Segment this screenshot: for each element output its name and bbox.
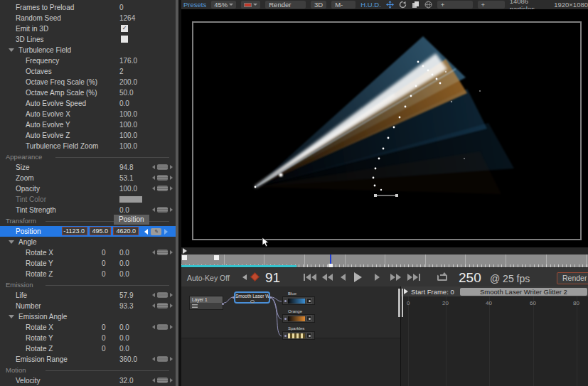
layer-node[interactable]: Layer 1 (189, 296, 223, 310)
group-emission-angle[interactable]: Emission Angle (0, 311, 179, 322)
position-y-field[interactable]: 495.0 (90, 227, 111, 235)
param-value[interactable]: 100.0 (119, 110, 137, 118)
param-value[interactable]: 32.0 (119, 377, 133, 385)
render-view-button[interactable]: Render View (265, 1, 306, 9)
add-force-button[interactable]: + Force (478, 1, 505, 9)
color-node-blue[interactable]: Blue (282, 291, 315, 305)
rotate-tool-icon[interactable] (399, 1, 407, 9)
param-value[interactable]: 0.0 (119, 100, 129, 107)
loop-toggle-icon[interactable] (437, 274, 447, 281)
expand-triangle-icon[interactable] (404, 289, 408, 294)
node-input-port[interactable] (232, 296, 235, 299)
keyframe-marker[interactable] (214, 255, 219, 260)
checkbox-checked[interactable]: ✓ (121, 25, 128, 32)
param-value[interactable]: 0 (119, 4, 124, 11)
slider-control[interactable] (152, 377, 173, 383)
param-value[interactable]: 0 (102, 345, 106, 353)
slider-control[interactable] (152, 164, 173, 170)
mini-play-icon[interactable] (183, 248, 187, 254)
sparkles-gradient-swatch[interactable] (288, 333, 305, 338)
slider-control[interactable] (152, 250, 173, 255)
add-deflector-button[interactable]: + Deflector (437, 1, 473, 9)
next-keyframe-icon[interactable] (164, 229, 168, 235)
go-to-end-button[interactable] (407, 274, 420, 281)
timeline-scrubber[interactable] (181, 254, 588, 267)
prev-keyframe-icon[interactable] (242, 274, 247, 280)
node-input-port[interactable] (284, 335, 287, 337)
edit-keyframe-icon[interactable]: ✎ (151, 228, 161, 235)
position-row-selected[interactable]: Position -1123.0 495.0 4620.0 ✎ (0, 226, 179, 237)
param-value[interactable]: 100.0 (119, 121, 137, 129)
param-value[interactable]: 0.0 (119, 323, 129, 331)
preset-name-bar[interactable]: Smooth Laser Writer Glitter 2 (460, 288, 587, 296)
play-button[interactable] (354, 272, 362, 282)
node-input-port[interactable] (284, 300, 287, 302)
step-back-button[interactable] (341, 274, 346, 281)
param-value[interactable]: 2 (119, 68, 124, 75)
tint-color-swatch[interactable] (119, 196, 142, 203)
slider-control[interactable] (152, 292, 173, 298)
presets-button[interactable]: Presets (183, 1, 206, 9)
rewind-button[interactable] (322, 274, 333, 281)
param-value[interactable]: 0 (102, 334, 106, 342)
checkbox-unchecked[interactable] (121, 36, 128, 43)
slider-control[interactable] (152, 303, 173, 309)
color-node-sparkles[interactable]: Sparkles (282, 326, 315, 340)
param-value[interactable]: 100.0 (119, 185, 137, 193)
param-value[interactable]: 0.0 (119, 345, 129, 353)
orange-gradient-swatch[interactable] (288, 316, 305, 321)
group-turbulence-field[interactable]: Turbulence Field (0, 45, 179, 55)
param-value[interactable]: 0.0 (119, 259, 129, 267)
current-frame[interactable]: 91 (265, 270, 280, 286)
keyframe-diamond-icon[interactable] (250, 272, 260, 282)
total-frames[interactable]: 250 (459, 270, 481, 286)
preset-timeline-panel[interactable]: Start Frame: 0 Smooth Laser Writer Glitt… (400, 286, 588, 386)
param-value[interactable]: 53.1 (119, 174, 133, 182)
node-output-port[interactable] (222, 303, 224, 305)
param-value[interactable]: 0.0 (119, 334, 129, 342)
node-option-button[interactable] (306, 333, 312, 338)
emitter-node-selected[interactable]: Smooth Laser Write ... (234, 291, 270, 304)
slider-control[interactable] (152, 175, 173, 181)
node-graph-panel[interactable]: Layer 1 Smooth Laser Write ... Blue Oran… (181, 286, 400, 386)
param-value[interactable]: 0 (102, 323, 106, 331)
collapse-triangle-icon[interactable] (9, 48, 14, 52)
param-value[interactable]: 176.0 (119, 57, 137, 65)
prev-keyframe-icon[interactable] (144, 229, 148, 235)
keyframe-marker[interactable] (182, 255, 187, 260)
param-value[interactable]: 0.0 (119, 206, 129, 214)
layers-icon[interactable] (412, 1, 419, 9)
slider-control[interactable] (152, 356, 173, 362)
go-to-start-button[interactable] (304, 274, 316, 281)
param-value[interactable]: 0 (102, 259, 106, 267)
hud-button[interactable]: H.U.D. (360, 1, 381, 9)
motion-blur-button[interactable]: M-Blur (331, 1, 356, 9)
blue-gradient-swatch[interactable] (288, 299, 305, 304)
zoom-dropdown[interactable]: 45% (211, 1, 236, 9)
node-option-button[interactable] (306, 298, 312, 304)
slider-control[interactable] (152, 324, 173, 330)
param-value[interactable]: 57.9 (119, 291, 133, 299)
render-viewport[interactable] (181, 9, 588, 247)
auto-key-toggle[interactable]: Auto-Key Off (187, 274, 230, 282)
param-value[interactable]: 200.0 (119, 78, 137, 86)
3d-button[interactable]: 3D (311, 1, 326, 9)
param-value[interactable]: 0.0 (119, 270, 129, 278)
node-option-button[interactable] (306, 316, 312, 321)
node-input-port[interactable] (284, 318, 287, 320)
position-z-field[interactable]: 4620.0 (113, 227, 139, 235)
param-value[interactable]: 0.0 (119, 249, 129, 257)
param-value[interactable]: 100.0 (119, 132, 137, 139)
step-forward-button[interactable] (375, 274, 380, 281)
group-angle[interactable]: Angle (0, 237, 179, 247)
param-value[interactable]: 94.8 (119, 163, 133, 171)
move-tool-icon[interactable] (386, 1, 394, 9)
param-value[interactable]: 93.3 (119, 302, 133, 310)
position-x-field[interactable]: -1123.0 (62, 227, 87, 235)
param-value[interactable]: 360.0 (119, 355, 137, 363)
param-value[interactable]: 50.0 (119, 89, 133, 97)
sphere-icon[interactable] (424, 1, 432, 9)
preview-panel-scrollbar[interactable] (402, 289, 403, 317)
collapse-triangle-icon[interactable] (9, 315, 14, 318)
render-button[interactable]: Render (557, 272, 588, 284)
